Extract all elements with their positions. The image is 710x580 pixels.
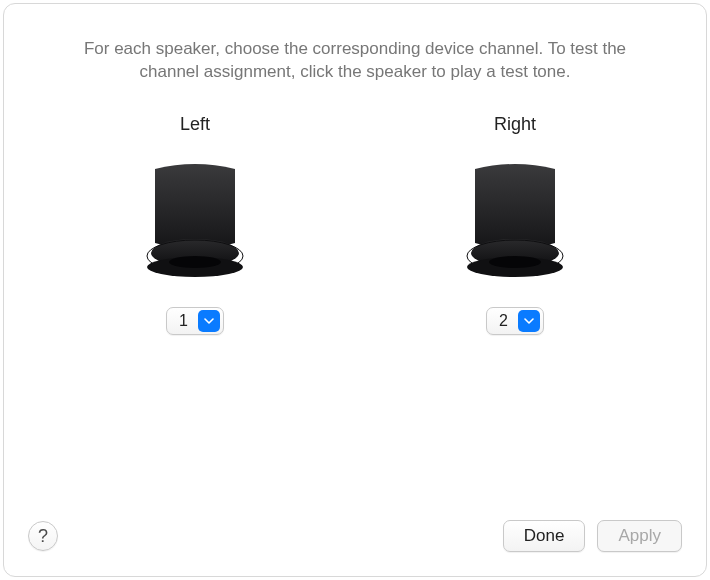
svg-point-3 <box>169 256 221 268</box>
channel-select-right-value: 2 <box>487 312 518 330</box>
instructions-text: For each speaker, choose the correspondi… <box>75 38 635 84</box>
chevron-down-icon <box>518 310 540 332</box>
speaker-left-column: Left <box>125 114 265 335</box>
apply-button: Apply <box>597 520 682 552</box>
footer-bar: ? Done Apply <box>28 520 682 552</box>
speaker-config-window: For each speaker, choose the correspondi… <box>3 3 707 577</box>
channel-select-right[interactable]: 2 <box>486 307 544 335</box>
channel-select-left-value: 1 <box>167 312 198 330</box>
channel-select-left[interactable]: 1 <box>166 307 224 335</box>
help-icon: ? <box>38 526 48 547</box>
done-button[interactable]: Done <box>503 520 586 552</box>
help-button[interactable]: ? <box>28 521 58 551</box>
speakers-row: Left <box>44 114 666 335</box>
svg-point-7 <box>489 256 541 268</box>
speaker-icon <box>459 161 571 279</box>
speaker-right-test-button[interactable] <box>459 161 571 279</box>
speaker-right-label: Right <box>494 114 536 135</box>
speaker-left-test-button[interactable] <box>139 161 251 279</box>
speaker-right-column: Right <box>445 114 585 335</box>
speaker-left-label: Left <box>180 114 210 135</box>
speaker-icon <box>139 161 251 279</box>
chevron-down-icon <box>198 310 220 332</box>
